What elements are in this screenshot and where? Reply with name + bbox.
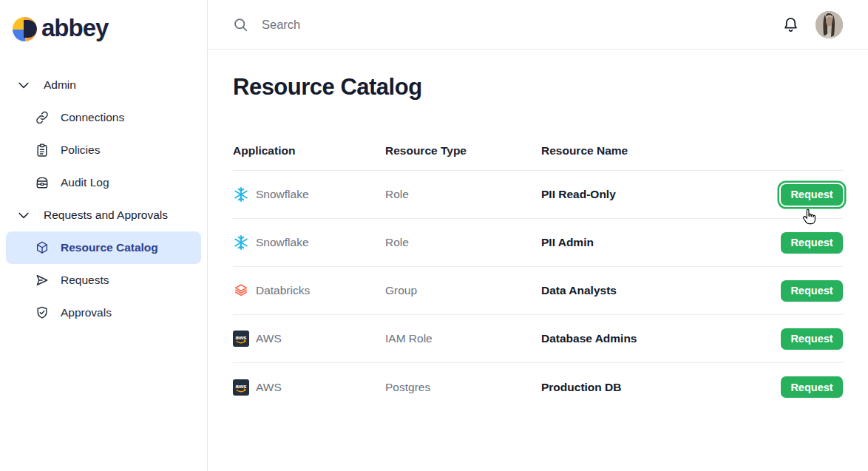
topbar-actions: [782, 11, 843, 38]
request-button[interactable]: Request: [781, 280, 843, 302]
application-name: AWS: [256, 381, 282, 394]
chevron-down-icon: [16, 208, 31, 223]
user-avatar[interactable]: [816, 11, 843, 38]
table-row: aws AWS Postgres Production DB Request: [233, 363, 843, 411]
section-label: Admin: [44, 78, 76, 92]
cube-icon: [35, 240, 50, 255]
sidebar-item-label: Requests: [61, 274, 109, 287]
resource-name: PII Admin: [541, 236, 781, 249]
brand-logo[interactable]: abbey: [0, 13, 207, 45]
sidebar-item-requests[interactable]: Requests: [6, 264, 201, 297]
resource-type: IAM Role: [385, 332, 541, 345]
sidebar-section-admin[interactable]: Admin: [6, 69, 201, 101]
table-row: Databricks Group Data Analysts Request: [233, 267, 843, 315]
resource-name: Data Analysts: [541, 284, 781, 297]
aws-icon: aws: [233, 379, 249, 396]
application-name: Snowflake: [256, 236, 309, 249]
svg-text:aws: aws: [235, 334, 247, 341]
main-area: Resource Catalog Application Resource Ty…: [208, 0, 868, 471]
resource-type: Group: [385, 284, 541, 297]
search-input[interactable]: [262, 18, 557, 32]
search-bar: [233, 17, 782, 33]
send-icon: [35, 273, 50, 288]
chevron-down-icon: [16, 78, 31, 92]
databricks-icon: [233, 282, 249, 299]
link-icon: [35, 110, 50, 125]
section-label: Requests and Approvals: [44, 209, 168, 222]
page-content: Resource Catalog Application Resource Ty…: [208, 50, 868, 411]
page-title: Resource Catalog: [233, 72, 843, 102]
column-header-application: Application: [233, 144, 385, 157]
sidebar-item-label: Audit Log: [61, 176, 109, 189]
sidebar-item-label: Resource Catalog: [61, 241, 158, 254]
snowflake-icon: [233, 234, 249, 251]
snowflake-icon: [233, 186, 249, 203]
application-name: Snowflake: [256, 188, 309, 201]
resource-type: Role: [385, 188, 541, 201]
topbar: [208, 0, 868, 50]
table-row: aws AWS IAM Role Database Admins Request: [233, 315, 843, 363]
request-button[interactable]: Request: [781, 328, 843, 350]
column-header-resource-type: Resource Type: [385, 144, 541, 157]
sidebar-item-resource-catalog[interactable]: Resource Catalog: [6, 231, 201, 264]
sidebar-item-label: Policies: [61, 143, 100, 157]
sidebar-nav: Admin Connections: [0, 69, 207, 329]
request-button[interactable]: Request: [781, 184, 843, 206]
aws-icon: aws: [233, 331, 249, 347]
sidebar-item-connections[interactable]: Connections: [6, 101, 201, 134]
resource-table: Application Resource Type Resource Name: [233, 144, 843, 411]
app-window: abbey Admin Connections: [0, 0, 868, 471]
column-header-resource-name: Resource Name: [541, 144, 843, 157]
table-row: Snowflake Role PII Read-Only Request: [233, 171, 843, 219]
resource-type: Postgres: [385, 381, 541, 394]
application-name: Databricks: [256, 284, 310, 297]
sidebar-item-audit-log[interactable]: Audit Log: [6, 166, 201, 199]
application-name: AWS: [256, 332, 282, 345]
request-button[interactable]: Request: [781, 376, 843, 398]
sidebar-item-policies[interactable]: Policies: [6, 134, 201, 166]
resource-name: Database Admins: [541, 332, 781, 345]
brand-name: abbey: [41, 16, 108, 40]
svg-text:aws: aws: [235, 382, 247, 389]
avatar-portrait: [816, 11, 843, 38]
resource-type: Role: [385, 236, 541, 249]
table-row: Snowflake Role PII Admin Request: [233, 219, 843, 267]
clipboard-icon: [35, 143, 50, 157]
search-icon: [233, 17, 248, 33]
resource-name: Production DB: [541, 381, 781, 394]
sidebar-item-label: Connections: [61, 111, 124, 124]
resource-name: PII Read-Only: [541, 188, 781, 201]
table-header-row: Application Resource Type Resource Name: [233, 144, 843, 171]
sidebar: abbey Admin Connections: [0, 0, 208, 471]
sidebar-section-requests-approvals[interactable]: Requests and Approvals: [6, 199, 201, 231]
sidebar-item-approvals[interactable]: Approvals: [6, 297, 201, 329]
notifications-button[interactable]: [782, 16, 799, 33]
archive-box-icon: [35, 175, 50, 190]
shield-check-icon: [35, 305, 50, 320]
bell-icon: [782, 16, 799, 33]
request-button[interactable]: Request: [781, 232, 843, 254]
abbey-logo-icon: [13, 17, 37, 41]
sidebar-item-label: Approvals: [61, 306, 112, 319]
